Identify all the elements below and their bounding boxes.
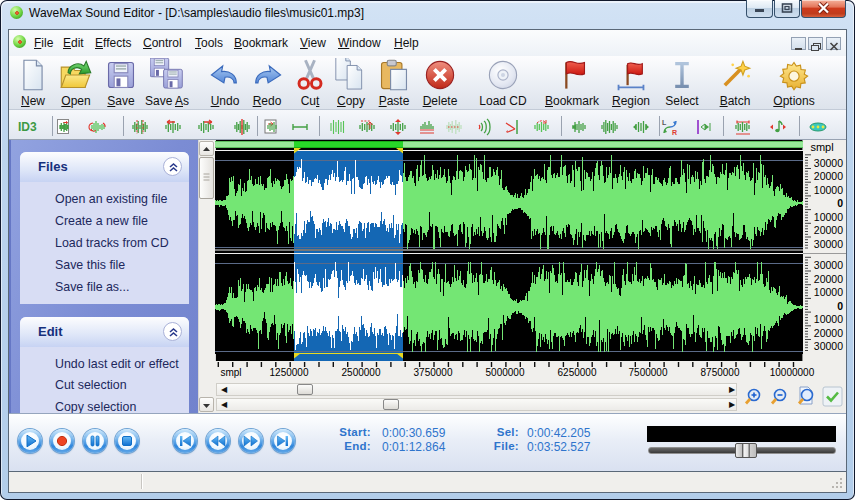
svg-text:R: R — [672, 129, 677, 136]
svg-text:L: L — [662, 119, 667, 126]
